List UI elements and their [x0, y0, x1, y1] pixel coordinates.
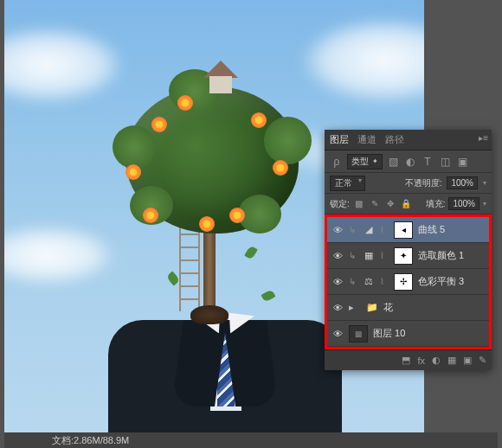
- fill-input[interactable]: 100%: [448, 197, 479, 210]
- layers-panel: 图层 通道 路径 ▸≡ ρ 类型✦ ▧ ◐ T ◫ ▣ 正常 不透明度: 100…: [325, 130, 492, 370]
- layer-name[interactable]: 曲线 5: [418, 223, 485, 236]
- layer-name[interactable]: 色彩平衡 3: [418, 275, 485, 288]
- clip-icon: ↳: [349, 277, 357, 286]
- mask-thumbnail[interactable]: ✦: [394, 247, 413, 265]
- doc-info-label: 文档:2.86M/88.9M: [52, 435, 129, 445]
- clip-icon: ↳: [349, 225, 357, 234]
- adjustment-icon: ⚖: [363, 276, 375, 288]
- mask-thumbnail[interactable]: ◂: [394, 221, 413, 239]
- cloud: [299, 17, 424, 104]
- visibility-icon[interactable]: 👁: [331, 250, 344, 262]
- status-bar: 文档:2.86M/88.9M: [4, 432, 498, 448]
- layer-filter-row: ρ 类型✦ ▧ ◐ T ◫ ▣: [325, 150, 492, 173]
- adjustment-icon: ▦: [363, 250, 375, 262]
- tree: [117, 74, 307, 316]
- layer-name[interactable]: 花: [383, 301, 485, 314]
- link-icon[interactable]: ⌇: [380, 225, 389, 234]
- tab-channels[interactable]: 通道: [357, 133, 376, 146]
- lock-transparent-icon[interactable]: ▩: [353, 198, 365, 210]
- layer-row[interactable]: 👁▸📁花: [327, 295, 489, 321]
- footer-action-icon[interactable]: fx: [417, 355, 425, 366]
- lock-label: 锁定:: [330, 198, 350, 210]
- folder-icon: 📁: [366, 302, 378, 313]
- opacity-input[interactable]: 100%: [447, 176, 478, 189]
- link-icon[interactable]: ⌇: [380, 251, 389, 260]
- layers-list-highlighted: 👁↳◢⌇◂曲线 5👁↳▦⌇✦选取颜色 1👁↳⚖⌇✢色彩平衡 3👁▸📁花👁▩图层 …: [325, 214, 492, 349]
- lock-all-icon[interactable]: 🔒: [400, 198, 412, 210]
- chevron-right-icon[interactable]: ▸: [349, 302, 361, 313]
- cloud: [4, 26, 126, 104]
- filter-pixel-icon[interactable]: ▧: [386, 155, 400, 169]
- layer-name[interactable]: 图层 10: [373, 327, 485, 340]
- lock-position-icon[interactable]: ✥: [384, 198, 396, 210]
- visibility-icon[interactable]: 👁: [331, 328, 344, 340]
- mask-thumbnail[interactable]: ✢: [394, 273, 413, 291]
- blend-row: 正常 不透明度: 100% ▾: [325, 173, 492, 194]
- filter-kind-select[interactable]: 类型✦: [347, 154, 383, 170]
- lock-row: 锁定: ▩ ✎ ✥ 🔒 填充: 100% ▾: [325, 194, 492, 214]
- panel-tabs: 图层 通道 路径 ▸≡: [325, 130, 492, 150]
- lock-pixels-icon[interactable]: ✎: [369, 198, 381, 210]
- layer-thumbnail[interactable]: ▩: [349, 325, 368, 342]
- footer-action-icon[interactable]: ✎: [479, 355, 486, 366]
- tab-paths[interactable]: 路径: [385, 133, 404, 146]
- fill-label: 填充:: [426, 198, 446, 210]
- layer-name[interactable]: 选取颜色 1: [418, 249, 485, 262]
- layer-row[interactable]: 👁↳▦⌇✦选取颜色 1: [327, 243, 489, 269]
- link-icon[interactable]: ⌇: [380, 277, 389, 286]
- tab-layers[interactable]: 图层: [330, 133, 349, 146]
- suit-figure: [108, 303, 342, 437]
- visibility-icon[interactable]: 👁: [331, 302, 344, 314]
- footer-action-icon[interactable]: ◐: [432, 355, 441, 366]
- visibility-icon[interactable]: 👁: [331, 276, 344, 288]
- filter-search-icon[interactable]: ρ: [330, 155, 344, 169]
- filter-smart-icon[interactable]: ▣: [455, 155, 469, 169]
- cloud: [4, 225, 117, 285]
- panel-menu-icon[interactable]: ▸≡: [479, 133, 488, 143]
- blend-mode-select[interactable]: 正常: [330, 176, 365, 191]
- adjustment-icon: ◢: [363, 224, 375, 236]
- footer-action-icon[interactable]: ⬒: [402, 355, 410, 366]
- layer-row[interactable]: 👁↳◢⌇◂曲线 5: [327, 217, 489, 243]
- filter-adjust-icon[interactable]: ◐: [403, 155, 417, 169]
- filter-shape-icon[interactable]: ◫: [438, 155, 452, 169]
- opacity-label: 不透明度:: [405, 177, 442, 189]
- layer-row[interactable]: 👁▩图层 10: [327, 321, 489, 347]
- layer-row[interactable]: 👁↳⚖⌇✢色彩平衡 3: [327, 269, 489, 295]
- clip-icon: ↳: [349, 251, 357, 260]
- visibility-icon[interactable]: 👁: [331, 224, 344, 236]
- filter-type-icon[interactable]: T: [421, 155, 434, 169]
- footer-action-icon[interactable]: ▦: [447, 355, 456, 366]
- panel-footer: ⬒fx◐▦▣✎: [325, 349, 492, 370]
- footer-action-icon[interactable]: ▣: [463, 355, 472, 366]
